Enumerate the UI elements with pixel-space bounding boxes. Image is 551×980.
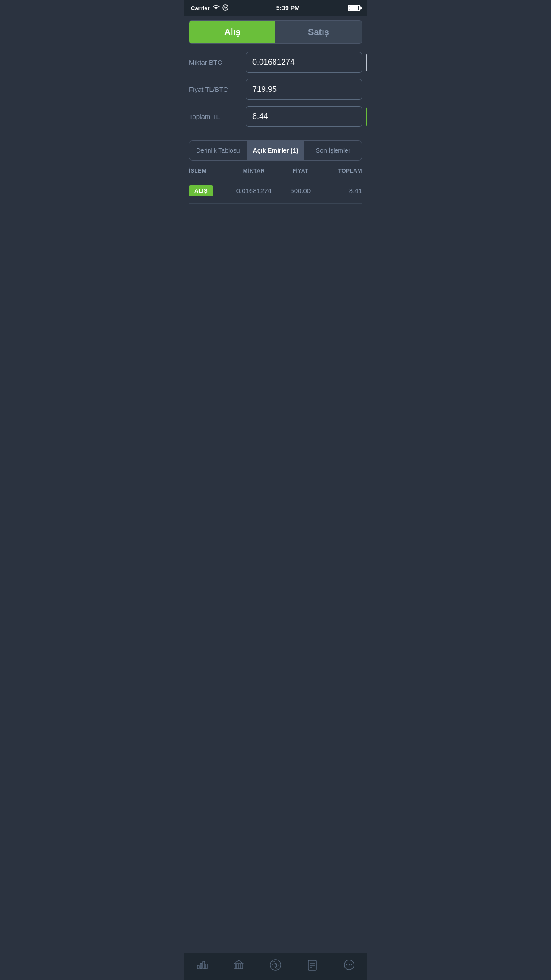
header-miktar: MİKTAR bbox=[229, 168, 279, 174]
toplam-label: Toplam TL bbox=[189, 113, 242, 120]
wifi-icon bbox=[213, 5, 220, 12]
carrier-label: Carrier bbox=[191, 5, 210, 12]
limit-piyasa-group: Limit Piyasa bbox=[366, 80, 366, 99]
svg-point-0 bbox=[216, 9, 216, 10]
order-form: Miktar BTC Tüm Bakiye Fiyat TL/BTC Limit… bbox=[184, 48, 367, 137]
limit-button[interactable]: Limit bbox=[366, 81, 366, 99]
header-toplam: TOPLAM bbox=[322, 168, 362, 174]
cell-miktar: 0.01681274 bbox=[229, 187, 279, 194]
status-bar: Carrier 5:39 PM bbox=[184, 0, 367, 16]
table-row: ALIŞ 0.01681274 500.00 8.41 bbox=[189, 178, 362, 204]
miktar-label: Miktar BTC bbox=[189, 59, 242, 66]
fiyat-label: Fiyat TL/BTC bbox=[189, 86, 242, 93]
time-display: 5:39 PM bbox=[276, 4, 300, 12]
orders-table: İŞLEM MİKTAR FİYAT TOPLAM ALIŞ 0.0168127… bbox=[184, 164, 367, 204]
header-fiyat: FİYAT bbox=[279, 168, 323, 174]
fiyat-row: Fiyat TL/BTC Limit Piyasa bbox=[189, 79, 362, 100]
tab-derinlik[interactable]: Derinlik Tablosu bbox=[189, 141, 247, 160]
alis-emri-button[interactable]: Alış Emri Gir bbox=[366, 107, 367, 126]
fiyat-input[interactable] bbox=[246, 79, 362, 100]
header-islem: İŞLEM bbox=[189, 168, 229, 174]
status-right bbox=[348, 5, 360, 11]
tum-bakiye-button[interactable]: Tüm Bakiye bbox=[366, 54, 367, 71]
tab-acik-emirler[interactable]: Açık Emirler (1) bbox=[247, 141, 305, 160]
tab-alis[interactable]: Alış bbox=[189, 21, 276, 43]
battery-icon bbox=[348, 5, 360, 11]
sub-tab-switcher: Derinlik Tablosu Açık Emirler (1) Son İş… bbox=[189, 140, 362, 161]
cell-toplam: 8.41 bbox=[322, 187, 362, 194]
cell-islem: ALIŞ bbox=[189, 185, 229, 196]
table-header: İŞLEM MİKTAR FİYAT TOPLAM bbox=[189, 164, 362, 178]
toplam-input[interactable] bbox=[246, 106, 362, 127]
miktar-input[interactable] bbox=[246, 52, 362, 73]
miktar-row: Miktar BTC Tüm Bakiye bbox=[189, 52, 362, 73]
main-tab-switcher: Alış Satış bbox=[189, 20, 362, 44]
tab-satis[interactable]: Satış bbox=[276, 21, 362, 43]
tab-son-islemler[interactable]: Son İşlemler bbox=[304, 141, 362, 160]
cell-fiyat: 500.00 bbox=[279, 187, 323, 194]
status-left: Carrier bbox=[191, 4, 228, 12]
alis-badge: ALIŞ bbox=[189, 185, 213, 196]
toplam-row: Toplam TL Alış Emri Gir bbox=[189, 106, 362, 127]
activity-icon bbox=[222, 4, 228, 12]
